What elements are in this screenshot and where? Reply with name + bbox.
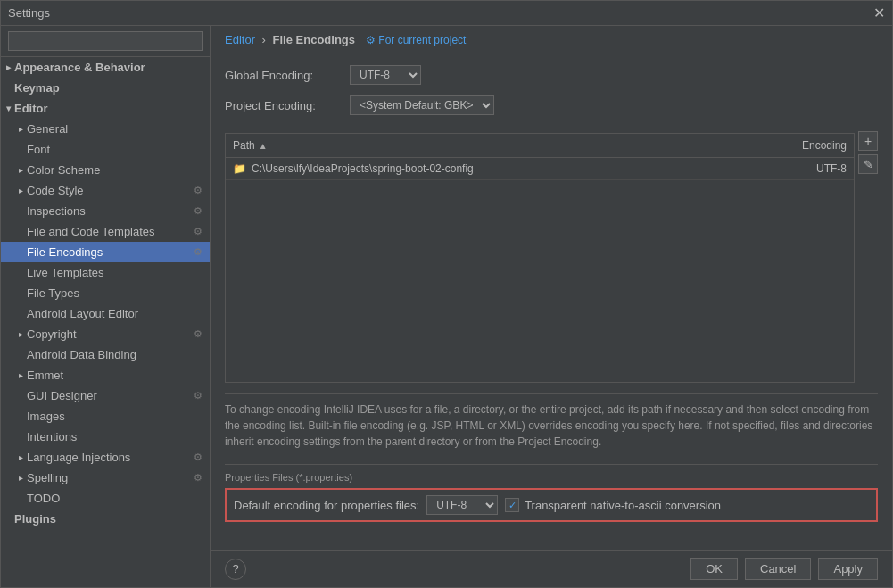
project-encoding-label: Project Encoding: (225, 99, 341, 112)
expand-arrow: ▸ (19, 370, 23, 380)
expand-arrow: ▸ (19, 165, 23, 175)
edit-encoding-button[interactable]: ✎ (858, 154, 878, 174)
expand-arrow: ▾ (6, 104, 11, 113)
properties-label: Properties Files (*.properties) (225, 472, 878, 483)
transparent-label: Transparent native-to-ascii conversion (525, 499, 721, 512)
breadcrumb-separator: › (262, 33, 269, 46)
folder-icon: 📁 (233, 162, 246, 175)
settings-page-icon: ⚙ (194, 328, 203, 340)
global-encoding-row: Global Encoding: UTF-8 (225, 65, 878, 85)
expand-arrow: ▸ (19, 186, 23, 195)
sidebar-item-keymap[interactable]: ▸Keymap (1, 78, 210, 98)
sidebar-item-label: Images (27, 410, 65, 423)
sidebar-item-color-scheme[interactable]: ▸Color Scheme (1, 160, 210, 180)
settings-window: Settings ✕ ▸Appearance & Behavior▸Keymap… (0, 0, 893, 588)
add-encoding-button[interactable]: + (858, 131, 878, 151)
sidebar-item-label: Emmet (27, 369, 63, 382)
project-encoding-select[interactable]: <System Default: GBK> (350, 95, 494, 115)
transparent-checkbox[interactable] (505, 498, 519, 512)
checkbox-container: Transparent native-to-ascii conversion (505, 498, 721, 512)
sidebar-item-label: Keymap (14, 81, 60, 95)
help-button[interactable]: ? (225, 559, 246, 580)
expand-arrow: ▸ (6, 62, 11, 72)
sidebar-item-label: Spelling (27, 471, 68, 484)
cancel-button[interactable]: Cancel (745, 558, 811, 580)
sidebar-item-label: Inspections (27, 204, 86, 218)
expand-arrow: ▸ (19, 452, 23, 462)
sidebar-item-images[interactable]: ▸Images (1, 406, 210, 427)
expand-arrow: ▸ (19, 473, 23, 483)
sidebar-item-appearance-behavior[interactable]: ▸Appearance & Behavior (1, 57, 210, 78)
title-bar: Settings ✕ (1, 1, 892, 26)
sidebar-item-android-data-binding[interactable]: ▸Android Data Binding (1, 344, 210, 365)
col-encoding: Encoding (747, 137, 854, 153)
sidebar-item-plugins[interactable]: ▸Plugins (1, 509, 210, 529)
breadcrumb-editor[interactable]: Editor (225, 33, 255, 46)
sidebar-item-label: File Types (27, 286, 79, 300)
td-path: 📁 C:\Users\lfy\IdeaProjects\spring-boot-… (226, 161, 747, 177)
table-wrapper: Path ▲ Encoding 📁 C:\Users\lfy\IdeaProje… (225, 129, 878, 383)
sidebar-item-label: Language Injections (27, 451, 130, 464)
settings-page-icon: ⚙ (194, 246, 203, 258)
file-table: Path ▲ Encoding 📁 C:\Users\lfy\IdeaProje… (225, 133, 855, 383)
table-row[interactable]: 📁 C:\Users\lfy\IdeaProjects\spring-boot-… (226, 158, 854, 180)
breadcrumb-current: File Encodings (273, 33, 355, 46)
sidebar-item-gui-designer[interactable]: ▸GUI Designer⚙ (1, 385, 210, 406)
sidebar-item-label: Android Data Binding (27, 348, 136, 361)
sidebar-item-label: GUI Designer (27, 389, 97, 402)
sidebar-item-copyright[interactable]: ▸Copyright⚙ (1, 324, 210, 344)
sidebar-item-label: General (27, 122, 68, 136)
sidebar-item-inspections[interactable]: ▸Inspections⚙ (1, 201, 210, 221)
ok-button[interactable]: OK (690, 558, 738, 580)
settings-page-icon: ⚙ (194, 472, 203, 484)
sidebar-item-android-layout-editor[interactable]: ▸Android Layout Editor (1, 303, 210, 324)
sidebar-item-label: Font (27, 143, 50, 156)
default-encoding-select[interactable]: UTF-8 (426, 495, 498, 515)
bottom-bar: ? OK Cancel Apply (211, 550, 892, 587)
global-encoding-select[interactable]: UTF-8 (350, 65, 421, 85)
panel-body: Global Encoding: UTF-8 Project Encoding:… (211, 54, 892, 550)
panel-header: Editor › File Encodings ⚙ For current pr… (211, 26, 892, 54)
sidebar-item-label: Appearance & Behavior (14, 61, 145, 74)
main-content: ▸Appearance & Behavior▸Keymap▾Editor▸Gen… (1, 26, 892, 587)
sidebar-item-font[interactable]: ▸Font (1, 139, 210, 160)
sidebar-item-emmet[interactable]: ▸Emmet (1, 365, 210, 385)
table-side-actions: + ✎ (858, 129, 878, 383)
sidebar-items-container: ▸Appearance & Behavior▸Keymap▾Editor▸Gen… (1, 57, 210, 529)
expand-arrow: ▸ (19, 124, 23, 134)
sidebar-item-label: Color Scheme (27, 163, 100, 177)
properties-section: Properties Files (*.properties) Default … (225, 464, 878, 522)
sidebar-item-intentions[interactable]: ▸Intentions (1, 427, 210, 447)
expand-arrow: ▸ (19, 329, 23, 339)
col-path: Path ▲ (226, 137, 747, 153)
sidebar-item-general[interactable]: ▸General (1, 119, 210, 139)
path-value: C:\Users\lfy\IdeaProjects\spring-boot-02… (252, 162, 474, 175)
sidebar-item-file-types[interactable]: ▸File Types (1, 283, 210, 303)
sidebar-item-label: Live Templates (27, 266, 103, 279)
settings-page-icon: ⚙ (194, 185, 203, 196)
sidebar-item-label: Code Style (27, 184, 84, 197)
sidebar-item-language-injections[interactable]: ▸Language Injections⚙ (1, 447, 210, 468)
sidebar-item-todo[interactable]: ▸TODO (1, 488, 210, 509)
search-input[interactable] (8, 31, 203, 51)
close-button[interactable]: ✕ (873, 4, 885, 21)
settings-page-icon: ⚙ (194, 205, 203, 217)
sidebar: ▸Appearance & Behavior▸Keymap▾Editor▸Gen… (1, 26, 211, 587)
sidebar-item-code-style[interactable]: ▸Code Style⚙ (1, 180, 210, 201)
sidebar-item-label: File and Code Templates (27, 225, 155, 238)
table-body: 📁 C:\Users\lfy\IdeaProjects\spring-boot-… (226, 158, 854, 382)
sidebar-item-label: Plugins (14, 512, 56, 526)
sidebar-item-label: Android Layout Editor (27, 307, 138, 320)
properties-row: Default encoding for properties files: U… (225, 488, 878, 522)
settings-page-icon: ⚙ (194, 451, 203, 463)
for-project-label[interactable]: ⚙ For current project (366, 34, 466, 46)
breadcrumb: Editor › File Encodings (225, 33, 355, 46)
sidebar-item-spelling[interactable]: ▸Spelling⚙ (1, 468, 210, 488)
sidebar-item-editor[interactable]: ▾Editor (1, 98, 210, 119)
sidebar-item-file-code-templates[interactable]: ▸File and Code Templates⚙ (1, 221, 210, 242)
table-header: Path ▲ Encoding (226, 134, 854, 158)
sidebar-item-live-templates[interactable]: ▸Live Templates (1, 262, 210, 283)
apply-button[interactable]: Apply (818, 558, 878, 580)
settings-page-icon: ⚙ (194, 390, 203, 402)
sidebar-item-file-encodings[interactable]: ▸File Encodings⚙ (1, 242, 210, 262)
